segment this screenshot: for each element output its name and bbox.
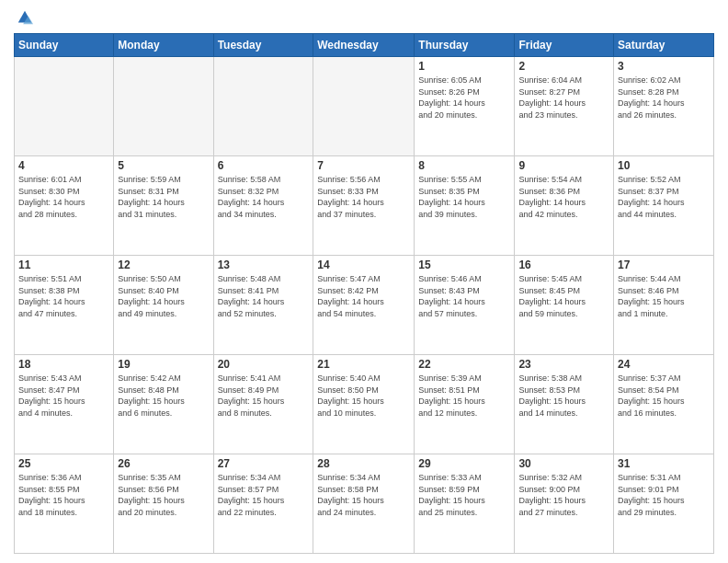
- day-number: 31: [618, 457, 710, 470]
- day-info: Sunrise: 5:38 AM Sunset: 8:53 PM Dayligh…: [518, 373, 609, 419]
- calendar-cell: 16Sunrise: 5:45 AM Sunset: 8:45 PM Dayli…: [515, 256, 614, 355]
- day-number: 24: [618, 358, 710, 371]
- day-info: Sunrise: 5:32 AM Sunset: 9:00 PM Dayligh…: [518, 472, 609, 518]
- calendar-cell: 10Sunrise: 5:52 AM Sunset: 8:37 PM Dayli…: [614, 156, 714, 256]
- day-number: 4: [18, 159, 109, 172]
- calendar-cell: 6Sunrise: 5:58 AM Sunset: 8:32 PM Daylig…: [213, 156, 313, 256]
- page: SundayMondayTuesdayWednesdayThursdayFrid…: [0, 0, 728, 563]
- day-number: 8: [418, 159, 510, 172]
- day-number: 5: [118, 159, 209, 172]
- calendar-week-1: 4Sunrise: 6:01 AM Sunset: 8:30 PM Daylig…: [15, 156, 714, 256]
- calendar-cell: 12Sunrise: 5:50 AM Sunset: 8:40 PM Dayli…: [114, 256, 213, 355]
- day-number: 26: [118, 457, 209, 470]
- day-number: 3: [618, 60, 710, 73]
- day-number: 28: [317, 457, 410, 470]
- calendar-cell: 26Sunrise: 5:35 AM Sunset: 8:56 PM Dayli…: [114, 454, 213, 554]
- day-info: Sunrise: 5:33 AM Sunset: 8:59 PM Dayligh…: [418, 472, 510, 518]
- calendar-cell: 4Sunrise: 6:01 AM Sunset: 8:30 PM Daylig…: [15, 156, 114, 256]
- day-info: Sunrise: 5:44 AM Sunset: 8:46 PM Dayligh…: [618, 273, 710, 319]
- calendar-cell: 5Sunrise: 5:59 AM Sunset: 8:31 PM Daylig…: [114, 156, 213, 256]
- calendar-week-0: 1Sunrise: 6:05 AM Sunset: 8:26 PM Daylig…: [15, 57, 714, 156]
- day-info: Sunrise: 5:58 AM Sunset: 8:32 PM Dayligh…: [218, 174, 310, 220]
- day-number: 12: [118, 259, 209, 271]
- day-number: 13: [218, 259, 310, 271]
- day-number: 23: [518, 358, 609, 371]
- calendar-cell: 8Sunrise: 5:55 AM Sunset: 8:35 PM Daylig…: [415, 156, 515, 256]
- calendar-cell: 28Sunrise: 5:34 AM Sunset: 8:58 PM Dayli…: [313, 454, 415, 554]
- logo-text: [14, 9, 33, 26]
- day-info: Sunrise: 5:50 AM Sunset: 8:40 PM Dayligh…: [118, 273, 209, 319]
- calendar-cell: 19Sunrise: 5:42 AM Sunset: 8:48 PM Dayli…: [114, 355, 213, 454]
- day-info: Sunrise: 5:43 AM Sunset: 8:47 PM Dayligh…: [18, 373, 109, 419]
- header: [14, 9, 714, 26]
- day-number: 10: [618, 159, 710, 172]
- day-info: Sunrise: 5:37 AM Sunset: 8:54 PM Dayligh…: [618, 373, 710, 419]
- day-info: Sunrise: 5:47 AM Sunset: 8:42 PM Dayligh…: [317, 273, 410, 319]
- day-info: Sunrise: 5:51 AM Sunset: 8:38 PM Dayligh…: [18, 273, 109, 319]
- calendar-cell: 1Sunrise: 6:05 AM Sunset: 8:26 PM Daylig…: [415, 57, 515, 156]
- calendar-cell: 14Sunrise: 5:47 AM Sunset: 8:42 PM Dayli…: [313, 256, 415, 355]
- calendar-cell: 31Sunrise: 5:31 AM Sunset: 9:01 PM Dayli…: [614, 454, 714, 554]
- calendar-cell: 3Sunrise: 6:02 AM Sunset: 8:28 PM Daylig…: [614, 57, 714, 156]
- day-number: 29: [418, 457, 510, 470]
- calendar-week-4: 25Sunrise: 5:36 AM Sunset: 8:55 PM Dayli…: [15, 454, 714, 554]
- day-info: Sunrise: 6:05 AM Sunset: 8:26 PM Dayligh…: [418, 75, 510, 121]
- calendar-table: SundayMondayTuesdayWednesdayThursdayFrid…: [14, 33, 714, 554]
- day-info: Sunrise: 6:01 AM Sunset: 8:30 PM Dayligh…: [18, 174, 109, 220]
- day-number: 9: [518, 159, 609, 172]
- calendar-cell: [213, 57, 313, 156]
- day-number: 25: [18, 457, 109, 470]
- calendar-cell: 2Sunrise: 6:04 AM Sunset: 8:27 PM Daylig…: [515, 57, 614, 156]
- day-info: Sunrise: 5:46 AM Sunset: 8:43 PM Dayligh…: [418, 273, 510, 319]
- day-info: Sunrise: 5:36 AM Sunset: 8:55 PM Dayligh…: [18, 472, 109, 518]
- logo-icon: [17, 9, 33, 26]
- day-info: Sunrise: 5:42 AM Sunset: 8:48 PM Dayligh…: [118, 373, 209, 419]
- calendar-cell: 18Sunrise: 5:43 AM Sunset: 8:47 PM Dayli…: [15, 355, 114, 454]
- calendar-cell: 15Sunrise: 5:46 AM Sunset: 8:43 PM Dayli…: [415, 256, 515, 355]
- day-info: Sunrise: 5:39 AM Sunset: 8:51 PM Dayligh…: [418, 373, 510, 419]
- calendar-header-wednesday: Wednesday: [313, 34, 415, 57]
- calendar-header-thursday: Thursday: [415, 34, 515, 57]
- day-info: Sunrise: 5:35 AM Sunset: 8:56 PM Dayligh…: [118, 472, 209, 518]
- calendar-cell: 23Sunrise: 5:38 AM Sunset: 8:53 PM Dayli…: [515, 355, 614, 454]
- calendar-cell: 30Sunrise: 5:32 AM Sunset: 9:00 PM Dayli…: [515, 454, 614, 554]
- day-info: Sunrise: 5:34 AM Sunset: 8:58 PM Dayligh…: [317, 472, 410, 518]
- calendar-header-tuesday: Tuesday: [213, 34, 313, 57]
- day-info: Sunrise: 5:41 AM Sunset: 8:49 PM Dayligh…: [218, 373, 310, 419]
- day-number: 7: [317, 159, 410, 172]
- day-number: 20: [218, 358, 310, 371]
- day-info: Sunrise: 5:59 AM Sunset: 8:31 PM Dayligh…: [118, 174, 209, 220]
- calendar-cell: 25Sunrise: 5:36 AM Sunset: 8:55 PM Dayli…: [15, 454, 114, 554]
- day-number: 30: [518, 457, 609, 470]
- day-number: 19: [118, 358, 209, 371]
- calendar-cell: 21Sunrise: 5:40 AM Sunset: 8:50 PM Dayli…: [313, 355, 415, 454]
- calendar-cell: 29Sunrise: 5:33 AM Sunset: 8:59 PM Dayli…: [415, 454, 515, 554]
- day-number: 18: [18, 358, 109, 371]
- calendar-cell: 11Sunrise: 5:51 AM Sunset: 8:38 PM Dayli…: [15, 256, 114, 355]
- calendar-cell: 7Sunrise: 5:56 AM Sunset: 8:33 PM Daylig…: [313, 156, 415, 256]
- day-info: Sunrise: 5:56 AM Sunset: 8:33 PM Dayligh…: [317, 174, 410, 220]
- day-number: 15: [418, 259, 510, 271]
- day-number: 14: [317, 259, 410, 271]
- day-number: 6: [218, 159, 310, 172]
- calendar-cell: 20Sunrise: 5:41 AM Sunset: 8:49 PM Dayli…: [213, 355, 313, 454]
- day-info: Sunrise: 5:40 AM Sunset: 8:50 PM Dayligh…: [317, 373, 410, 419]
- calendar-cell: 9Sunrise: 5:54 AM Sunset: 8:36 PM Daylig…: [515, 156, 614, 256]
- day-number: 17: [618, 259, 710, 271]
- calendar-cell: 13Sunrise: 5:48 AM Sunset: 8:41 PM Dayli…: [213, 256, 313, 355]
- calendar-header-row: SundayMondayTuesdayWednesdayThursdayFrid…: [15, 34, 714, 57]
- calendar-cell: 22Sunrise: 5:39 AM Sunset: 8:51 PM Dayli…: [415, 355, 515, 454]
- day-info: Sunrise: 6:04 AM Sunset: 8:27 PM Dayligh…: [518, 75, 609, 121]
- calendar-header-sunday: Sunday: [15, 34, 114, 57]
- calendar-cell: [114, 57, 213, 156]
- calendar-cell: 27Sunrise: 5:34 AM Sunset: 8:57 PM Dayli…: [213, 454, 313, 554]
- day-info: Sunrise: 5:54 AM Sunset: 8:36 PM Dayligh…: [518, 174, 609, 220]
- calendar-header-friday: Friday: [515, 34, 614, 57]
- calendar-cell: 17Sunrise: 5:44 AM Sunset: 8:46 PM Dayli…: [614, 256, 714, 355]
- day-info: Sunrise: 5:52 AM Sunset: 8:37 PM Dayligh…: [618, 174, 710, 220]
- day-number: 11: [18, 259, 109, 271]
- day-number: 22: [418, 358, 510, 371]
- calendar-header-saturday: Saturday: [614, 34, 714, 57]
- calendar-cell: [15, 57, 114, 156]
- calendar-cell: [313, 57, 415, 156]
